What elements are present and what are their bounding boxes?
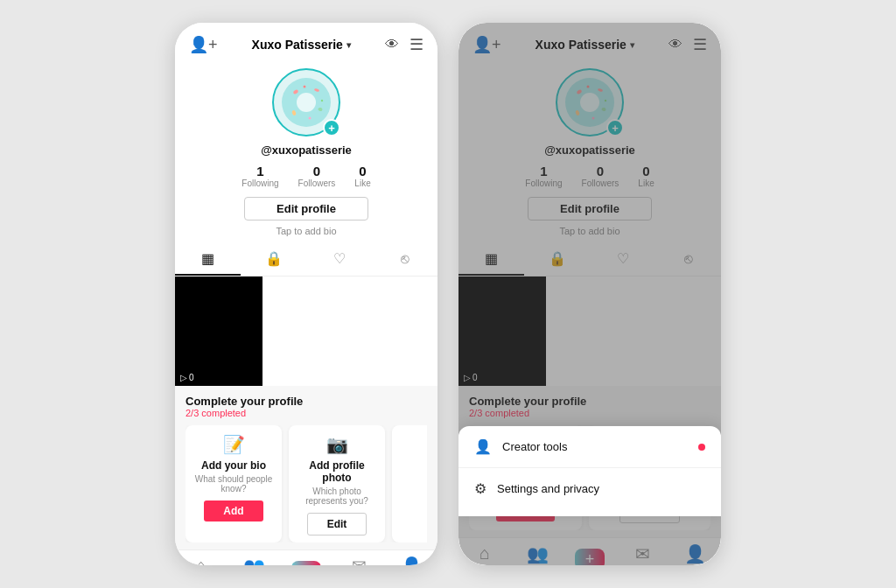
- tab-reposts[interactable]: ⎋: [372, 243, 438, 276]
- complete-progress-right: 2/3 completed: [469, 408, 710, 418]
- tap-bio-text: Tap to add bio: [276, 226, 336, 236]
- nav-home[interactable]: ⌂ Home: [175, 556, 228, 565]
- visibility-icon[interactable]: 👁: [385, 37, 399, 52]
- followers-stat: 0 Followers: [298, 164, 336, 188]
- tap-bio-text-right: Tap to add bio: [559, 226, 620, 236]
- account-name: Xuxo Patisserie: [252, 38, 343, 52]
- add-photo-icon-right[interactable]: +: [606, 119, 624, 136]
- phones-container: 👤+ Xuxo Patisserie ▾ 👁 ☰: [175, 23, 721, 565]
- nav-create[interactable]: +: [280, 556, 332, 565]
- profile-section-right: + @xuxopatisserie 1 Following 0 Follower…: [458, 60, 721, 243]
- avatar-container-right[interactable]: +: [556, 68, 624, 136]
- following-label-right: Following: [525, 178, 562, 188]
- followers-count-right: 0: [597, 164, 604, 178]
- content-tabs: ▦ 🔒 ♡ ⎋: [175, 243, 438, 276]
- account-name-right: Xuxo Patisserie: [536, 38, 626, 52]
- hamburger-menu-icon-right[interactable]: ☰: [693, 35, 707, 54]
- likes-label-right: Like: [638, 178, 654, 188]
- likes-stat: 0 Like: [354, 164, 370, 188]
- top-bar-icons: 👁 ☰: [385, 35, 424, 54]
- phone-right: 👤+ Xuxo Patisserie ▾ 👁 ☰: [458, 23, 721, 565]
- tab-private-right[interactable]: 🔒: [524, 243, 590, 276]
- photo-card-icon: 📷: [326, 434, 348, 455]
- create-icon: +: [291, 561, 321, 565]
- visibility-icon-right[interactable]: 👁: [668, 37, 682, 52]
- svg-point-16: [605, 100, 606, 102]
- nav-inbox[interactable]: ✉ Inbox: [332, 556, 385, 565]
- play-count: 0: [189, 373, 194, 382]
- phone-left: 👤+ Xuxo Patisserie ▾ 👁 ☰: [175, 23, 438, 565]
- bio-card-icon: 📝: [223, 434, 245, 455]
- svg-point-10: [580, 93, 599, 112]
- svg-point-1: [297, 93, 316, 112]
- profile-section-left: + @xuxopatisserie 1 Following 0 Follower…: [175, 60, 438, 243]
- complete-title-right: Complete your profile: [469, 395, 710, 408]
- friends-icon: 👥: [243, 556, 265, 565]
- tab-videos[interactable]: ▦: [175, 243, 241, 276]
- photo-card-desc: Which photo represents you?: [296, 486, 378, 506]
- edit-profile-button[interactable]: Edit profile: [244, 197, 368, 220]
- video-thumbnail-right[interactable]: ▷ 0: [458, 276, 546, 386]
- account-switcher[interactable]: Xuxo Patisserie ▾: [252, 38, 351, 52]
- tab-liked-right[interactable]: ♡: [590, 243, 655, 276]
- bio-card-desc: What should people know?: [192, 474, 275, 494]
- photo-edit-button[interactable]: Edit: [307, 513, 368, 536]
- followers-label: Followers: [298, 178, 336, 188]
- complete-profile-section: Complete your profile 2/3 completed 📝 Ad…: [175, 386, 438, 550]
- tab-videos-right[interactable]: ▦: [458, 243, 524, 276]
- play-icon: ▷: [180, 373, 187, 382]
- add-person-icon[interactable]: 👤+: [189, 35, 218, 54]
- username-right: @xuxopatisserie: [544, 144, 635, 157]
- nav-friends-right[interactable]: 👥 Friends: [511, 543, 564, 565]
- following-count: 1: [256, 164, 263, 178]
- top-bar-right: 👤+ Xuxo Patisserie ▾ 👁 ☰: [458, 23, 721, 60]
- bio-add-button[interactable]: Add: [204, 500, 262, 522]
- complete-title: Complete your profile: [186, 395, 427, 408]
- bio-card-title: Add your bio: [201, 459, 266, 472]
- bottom-nav: ⌂ Home 👥 Friends + ✉ Inbox 👤 Profile: [175, 550, 438, 565]
- profile-icon-right: 👤: [684, 543, 706, 564]
- following-label: Following: [242, 178, 278, 188]
- repost-icon: ⎋: [401, 251, 410, 267]
- nav-home-right[interactable]: ⌂ Home: [458, 543, 511, 565]
- following-count-right: 1: [540, 164, 547, 178]
- popup-settings-left: ⚙ Settings and privacy: [474, 480, 599, 497]
- creator-tools-icon: 👤: [474, 438, 492, 455]
- photo-card-title: Add profile photo: [296, 459, 378, 484]
- home-icon: ⌂: [196, 556, 206, 565]
- nav-inbox-right[interactable]: ✉ Inbox: [616, 543, 668, 565]
- create-icon-right: +: [575, 549, 605, 565]
- invite-card-title: Invite: [426, 459, 427, 472]
- tab-liked[interactable]: ♡: [306, 243, 372, 276]
- video-grid: ▷ 0: [175, 276, 438, 386]
- add-person-icon-right[interactable]: 👤+: [472, 35, 501, 54]
- top-bar-left: 👤+ Xuxo Patisserie ▾ 👁 ☰: [175, 23, 438, 60]
- following-stat: 1 Following: [242, 164, 278, 188]
- settings-icon: ⚙: [474, 480, 486, 497]
- likes-label: Like: [354, 178, 370, 188]
- nav-profile[interactable]: 👤 Profile: [385, 556, 438, 565]
- nav-create-right[interactable]: +: [564, 543, 616, 565]
- top-bar-icons-right: 👁 ☰: [668, 35, 707, 54]
- tab-reposts-right[interactable]: ⎋: [655, 243, 721, 276]
- video-thumbnail[interactable]: ▷ 0: [175, 276, 262, 386]
- svg-point-8: [309, 117, 312, 120]
- tab-private[interactable]: 🔒: [241, 243, 306, 276]
- nav-profile-right[interactable]: 👤 Profile: [668, 543, 721, 565]
- edit-profile-button-right[interactable]: Edit profile: [528, 197, 652, 220]
- grid-icon: ▦: [201, 250, 214, 267]
- avatar-container[interactable]: +: [272, 68, 340, 136]
- invite-card: 👥 Invite Who...: [392, 425, 427, 542]
- settings-label: Settings and privacy: [497, 482, 599, 495]
- account-switcher-right[interactable]: Xuxo Patisserie ▾: [536, 38, 634, 52]
- photo-card: 📷 Add profile photo Which photo represen…: [289, 425, 385, 542]
- nav-friends[interactable]: 👥 Friends: [228, 556, 280, 565]
- content-tabs-right: ▦ 🔒 ♡ ⎋: [458, 243, 721, 276]
- popup-creator-tools[interactable]: 👤 Creator tools: [458, 426, 721, 468]
- svg-point-17: [592, 117, 595, 120]
- hamburger-menu-icon[interactable]: ☰: [410, 35, 424, 54]
- notification-dot: [698, 444, 705, 451]
- popup-settings[interactable]: ⚙ Settings and privacy: [458, 468, 721, 509]
- add-photo-icon[interactable]: +: [323, 119, 340, 136]
- svg-point-15: [587, 86, 590, 88]
